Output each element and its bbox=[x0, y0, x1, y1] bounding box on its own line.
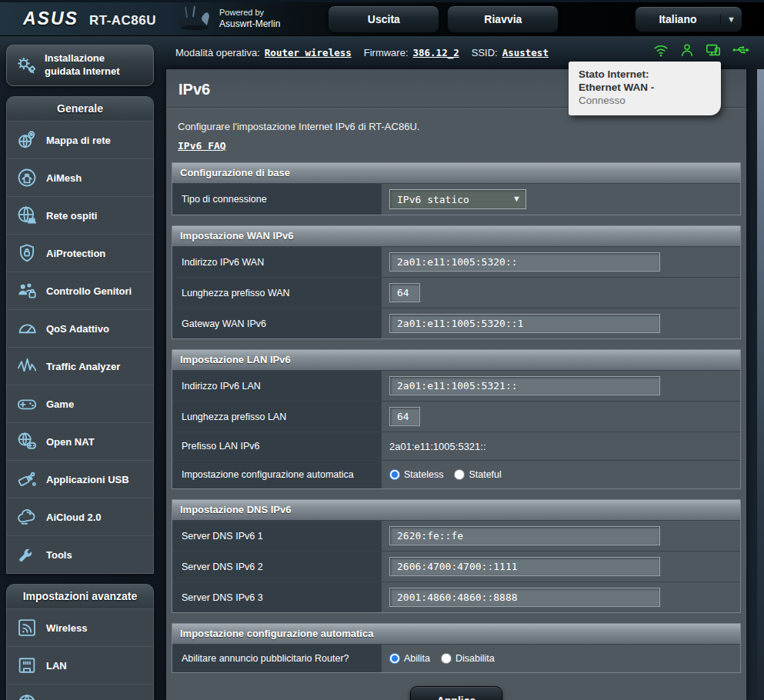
sidebar-item-tools[interactable]: Tools bbox=[7, 535, 153, 573]
sidebar-item-aimesh[interactable]: AiMesh bbox=[7, 158, 153, 196]
sidebar-item-wireless[interactable]: Wireless bbox=[7, 608, 153, 646]
router-admin-page: ASUS RT-AC86U Powered by Asuswrt-Merlin … bbox=[0, 0, 764, 700]
sidebar-item-wan[interactable]: WAN bbox=[7, 684, 153, 700]
sidebar-item-lan[interactable]: LAN bbox=[7, 646, 153, 684]
network-map-icon bbox=[15, 128, 38, 152]
parental-controls-icon bbox=[15, 279, 38, 302]
connection-type-label: Tipo di connessione bbox=[172, 184, 382, 215]
sidebar-item-usb-applications[interactable]: Applicazioni USB bbox=[7, 460, 153, 498]
section-header: Configurazione di base bbox=[172, 163, 740, 183]
router-advertisement-label: Abilitare annuncio pubblicitario Router? bbox=[172, 645, 382, 672]
ssid-value-link[interactable]: Asustest bbox=[502, 47, 549, 58]
tooltip-line2: Ethernet WAN - bbox=[579, 82, 711, 95]
section-header: Impostazione LAN IPv6 bbox=[172, 350, 740, 370]
powered-by-line2: Asuswrt-Merlin bbox=[219, 18, 280, 30]
header-bar: ASUS RT-AC86U Powered by Asuswrt-Merlin … bbox=[0, 0, 764, 36]
asus-logo: ASUS bbox=[23, 8, 78, 29]
sidebar-item-guest-network[interactable]: Rete ospiti bbox=[7, 196, 153, 234]
sidebar-section-advanced: Impostazioni avanzate Wireless bbox=[6, 584, 154, 700]
sidebar-item-aiprotection[interactable]: AiProtection bbox=[7, 234, 153, 272]
ipv6-faq-link[interactable]: IPv6 FAQ bbox=[178, 140, 226, 152]
main-panel: IPv6 Configurare l'impostazione Internet… bbox=[166, 69, 746, 700]
radio-stateless-input[interactable] bbox=[389, 469, 400, 480]
radio-enable[interactable]: Abilita bbox=[389, 653, 430, 664]
wan-gateway-input[interactable] bbox=[389, 314, 660, 333]
background-strip bbox=[757, 36, 764, 700]
globe-icon bbox=[15, 692, 38, 700]
mode-label: Modalità operativa: bbox=[175, 47, 260, 58]
row-lan-prefix-length: Lunghezza prefisso LAN bbox=[172, 401, 740, 432]
lan-prefix-length-label: Lunghezza prefisso LAN bbox=[172, 402, 382, 432]
sidebar-item-parental-controls[interactable]: Controllo Genitori bbox=[7, 272, 153, 309]
dns1-label: Server DNS IPv6 1 bbox=[172, 521, 382, 551]
setup-wizard-icon bbox=[15, 54, 38, 77]
wan-address-label: Indirizzo IPv6 WAN bbox=[172, 247, 382, 277]
usb-status-icon[interactable] bbox=[732, 42, 750, 60]
lan-address-input[interactable] bbox=[389, 376, 660, 395]
connection-type-select-wrap: IPv6 statico ▼ bbox=[389, 189, 526, 209]
lan-prefix-length-input[interactable] bbox=[389, 407, 420, 426]
row-lan-address: Indirizzo IPv6 LAN bbox=[172, 370, 740, 401]
shield-lock-icon bbox=[15, 242, 38, 265]
radio-stateless[interactable]: Stateless bbox=[389, 469, 443, 480]
ethernet-port-icon bbox=[15, 654, 38, 677]
row-autoconfig: Impostazione configurazione automatica S… bbox=[172, 460, 740, 488]
tooltip-line3: Connesso bbox=[579, 95, 711, 108]
brand: ASUS RT-AC86U bbox=[23, 8, 156, 29]
wifi-status-icon[interactable] bbox=[652, 42, 669, 60]
quick-setup-button[interactable]: Installazione guidata Internet bbox=[6, 45, 154, 86]
devices-status-icon[interactable] bbox=[705, 42, 722, 60]
wan-prefix-length-input[interactable] bbox=[389, 283, 420, 302]
radio-disable-input[interactable] bbox=[441, 653, 452, 664]
language-dropdown[interactable]: Italiano ▼ bbox=[635, 6, 742, 32]
dns2-label: Server DNS IPv6 2 bbox=[172, 552, 382, 582]
autoconfig-label: Impostazione configurazione automatica bbox=[172, 461, 382, 488]
dns1-input[interactable] bbox=[389, 526, 660, 545]
sidebar-item-aicloud[interactable]: AiCloud 2.0 bbox=[7, 498, 153, 535]
radio-disable[interactable]: Disabilita bbox=[441, 653, 495, 664]
row-router-advertisement: Abilitare annuncio pubblicitario Router?… bbox=[172, 644, 740, 672]
section-wan-ipv6: Impostazione WAN IPv6 Indirizzo IPv6 WAN… bbox=[172, 225, 741, 339]
chevron-down-icon: ▼ bbox=[720, 15, 742, 24]
router-model: RT-AC86U bbox=[89, 13, 156, 28]
language-label: Italiano bbox=[636, 13, 720, 25]
logout-button[interactable]: Uscita bbox=[328, 5, 439, 33]
dns2-input[interactable] bbox=[389, 557, 660, 576]
row-wan-address: Indirizzo IPv6 WAN bbox=[172, 246, 740, 277]
sidebar-item-traffic-analyzer[interactable]: Traffic Analyzer bbox=[7, 347, 153, 385]
radio-stateful[interactable]: Stateful bbox=[454, 469, 501, 480]
sidebar-section-general: Generale Mappa di rete bbox=[6, 96, 154, 574]
sidebar-item-network-map[interactable]: Mappa di rete bbox=[7, 121, 153, 158]
status-icons bbox=[652, 42, 750, 60]
radio-stateful-input[interactable] bbox=[454, 469, 465, 480]
sidebar-item-game[interactable]: Game bbox=[7, 385, 153, 422]
sidebar-item-open-nat[interactable]: Open NAT bbox=[7, 422, 153, 460]
guest-network-icon bbox=[15, 204, 38, 227]
connection-type-select[interactable]: IPv6 statico bbox=[389, 189, 526, 209]
wan-address-input[interactable] bbox=[389, 252, 660, 272]
section-lan-ipv6: Impostazione LAN IPv6 Indirizzo IPv6 LAN… bbox=[172, 349, 741, 489]
powered-by: Powered by Asuswrt-Merlin bbox=[219, 8, 280, 30]
sidebar: Installazione guidata Internet Generale … bbox=[6, 45, 154, 700]
clients-status-icon[interactable] bbox=[679, 42, 695, 60]
section-header: Impostazione WAN IPv6 bbox=[172, 226, 740, 246]
mode-value-link[interactable]: Router wireless bbox=[265, 47, 352, 58]
sidebar-section-title: Impostazioni avanzate bbox=[7, 585, 153, 608]
lan-prefix-value: 2a01:e11:1005:5321:: bbox=[389, 441, 486, 452]
lan-prefix-label: Prefisso LAN IPv6 bbox=[172, 432, 382, 460]
internet-status-tooltip: Stato Internet: Ethernet WAN - Connesso bbox=[569, 62, 721, 115]
wifi-box-icon bbox=[15, 616, 38, 639]
apply-button[interactable]: Applica bbox=[410, 686, 502, 700]
dns3-label: Server DNS IPv6 3 bbox=[172, 582, 382, 612]
router-image bbox=[178, 5, 212, 35]
router-advertisement-radio-group: Abilita Disabilita bbox=[389, 653, 495, 664]
ssid-label: SSID: bbox=[472, 47, 498, 58]
tooltip-title: Stato Internet: bbox=[579, 68, 711, 82]
reboot-button[interactable]: Riavvia bbox=[447, 5, 559, 33]
section-header: Impostazione DNS IPv6 bbox=[172, 500, 740, 520]
radio-enable-input[interactable] bbox=[389, 653, 400, 664]
firmware-value-link[interactable]: 386.12_2 bbox=[413, 47, 459, 58]
sidebar-item-adaptive-qos[interactable]: QoS Adattivo bbox=[7, 309, 153, 347]
wan-gateway-label: Gateway WAN IPv6 bbox=[172, 308, 382, 338]
dns3-input[interactable] bbox=[389, 588, 660, 607]
